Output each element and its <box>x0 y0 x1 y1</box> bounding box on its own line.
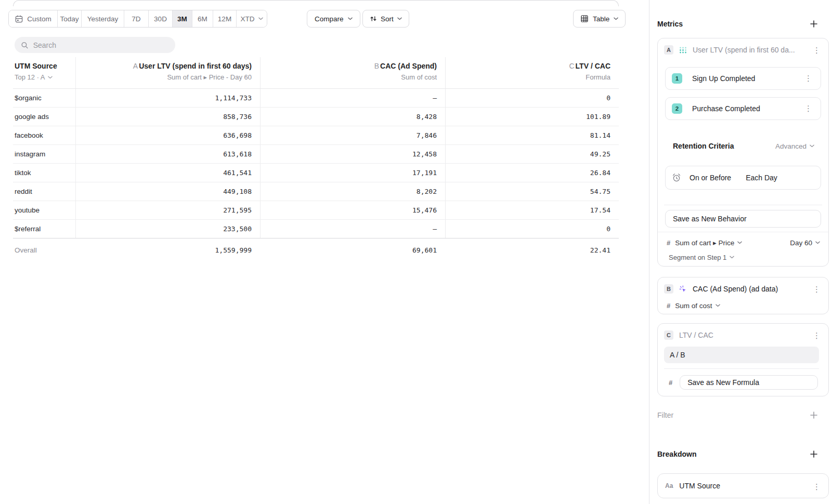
table-row[interactable]: instagram 613,618 12,458 49.25 <box>13 145 619 164</box>
divider <box>664 368 819 369</box>
metric-b-header[interactable]: B CAC (Ad Spend) (ad data) <box>664 284 808 294</box>
breakdown-item-card[interactable]: Aa UTM Source ⋮ <box>657 473 829 498</box>
table-row[interactable]: google ads 858,736 8,428 101.89 <box>13 108 619 126</box>
retention-advanced-dropdown[interactable]: Advanced <box>775 142 814 150</box>
metric-b-title: CAC (Ad Spend) (ad data) <box>693 285 778 293</box>
formula-input[interactable]: A / B <box>664 347 819 363</box>
text-property-icon: Aa <box>665 482 673 489</box>
row-limit-dropdown[interactable]: Top 12 · A <box>15 73 75 82</box>
calendar-icon <box>15 15 23 23</box>
date-range-control: Custom Today Yesterday 7D 30D 3M 6M 12M … <box>8 10 267 28</box>
table-grid-icon <box>580 15 589 23</box>
filter-title: Filter <box>657 411 673 419</box>
retention-criteria-row: Retention Criteria Advanced <box>673 142 814 150</box>
measurement-row: # Sum of cart ▸ Price Day 60 <box>667 237 820 248</box>
metrics-title: Metrics <box>657 20 683 28</box>
measure-dropdown[interactable]: Sum of cart ▸ Price <box>675 238 742 247</box>
date-range-7d[interactable]: 7D <box>124 10 149 27</box>
sort-button[interactable]: Sort <box>362 10 409 28</box>
table-row[interactable]: $organic 1,114,733 – 0 <box>13 89 619 108</box>
chevron-down-icon <box>815 241 820 244</box>
date-range-30d[interactable]: 30D <box>149 10 173 27</box>
add-breakdown-button[interactable] <box>809 449 819 459</box>
breakdown-title: Breakdown <box>657 450 696 458</box>
table-header-row: UTM Source Top 12 · A AUser LTV (spend i… <box>13 57 619 89</box>
metric-b-menu-button[interactable]: ⋮ <box>812 285 822 295</box>
numeric-type-icon: # <box>669 379 672 387</box>
search-box <box>15 37 175 53</box>
metric-letter-badge: B <box>664 284 673 294</box>
step-number-badge: 2 <box>672 103 682 114</box>
query-builder-panel: Metrics A User LTV (spend in first 60 da… <box>649 0 832 504</box>
breakdown-item-label: UTM Source <box>679 482 720 490</box>
date-range-6m[interactable]: 6M <box>192 10 213 27</box>
date-range-today[interactable]: Today <box>58 10 82 27</box>
behavior-value[interactable]: Each Day <box>746 174 777 182</box>
plus-icon <box>810 411 818 419</box>
metric-a-title: User LTV (spend in first 60 da... <box>693 46 795 54</box>
column-header-metric-c[interactable]: CLTV / CAC Formula <box>445 57 619 88</box>
step-2-card[interactable]: 2 Purchase Completed ⋮ <box>665 97 821 120</box>
chevron-down-icon <box>258 17 263 20</box>
chevron-down-icon <box>716 304 720 307</box>
column-header-metric-a[interactable]: AUser LTV (spend in first 60 days) Sum o… <box>75 57 260 88</box>
chevron-down-icon <box>614 17 618 20</box>
alarm-clock-icon <box>672 173 681 182</box>
metric-a-header[interactable]: A User LTV (spend in first 60 da... <box>664 45 808 55</box>
date-range-3m-selected[interactable]: 3M <box>173 10 192 27</box>
chevron-down-icon <box>348 17 353 20</box>
date-range-xtd[interactable]: XTD <box>237 10 267 27</box>
results-table: UTM Source Top 12 · A AUser LTV (spend i… <box>13 57 619 261</box>
behavior-condition[interactable]: On or Before <box>690 174 731 182</box>
date-range-12m[interactable]: 12M <box>213 10 237 27</box>
metric-c-menu-button[interactable]: ⋮ <box>812 331 822 341</box>
filter-section-header: Filter <box>657 410 819 420</box>
table-row[interactable]: $referral 233,500 – 0 <box>13 220 619 238</box>
date-range-yesterday[interactable]: Yesterday <box>82 10 124 27</box>
view-type-button[interactable]: Table <box>573 10 626 28</box>
measurement-row: # Sum of cost <box>667 300 720 311</box>
chevron-down-icon <box>397 17 402 20</box>
table-row[interactable]: facebook 636,698 7,846 81.14 <box>13 126 619 145</box>
save-as-new-formula-button[interactable]: Save as New Formula <box>680 375 818 390</box>
step-2-menu-button[interactable]: ⋮ <box>803 104 813 114</box>
table-row[interactable]: reddit 449,108 8,202 54.75 <box>13 182 619 201</box>
column-header-utm-source[interactable]: UTM Source Top 12 · A <box>13 57 75 88</box>
divider <box>658 232 828 232</box>
numeric-type-icon: # <box>667 239 670 247</box>
metrics-section-header: Metrics <box>657 19 819 29</box>
plus-icon <box>810 20 818 28</box>
retention-criteria-title: Retention Criteria <box>673 142 734 150</box>
metric-c-card: C LTV / CAC ⋮ A / B # Save as New Formul… <box>657 323 829 396</box>
search-input[interactable] <box>33 41 169 49</box>
search-icon <box>21 41 29 49</box>
metric-letter-badge: C <box>664 330 673 340</box>
sort-arrows-icon <box>370 15 377 22</box>
step-1-menu-button[interactable]: ⋮ <box>803 74 813 84</box>
step-number-badge: 1 <box>672 73 682 84</box>
chevron-down-icon <box>48 76 53 79</box>
formula-save-row: # Save as New Formula <box>669 374 818 391</box>
chevron-down-icon <box>730 256 734 259</box>
segment-dropdown[interactable]: Segment on Step 1 <box>669 254 734 261</box>
divider <box>664 205 822 205</box>
metric-letter-badge: A <box>664 45 673 55</box>
date-range-label: Custom <box>27 15 51 23</box>
compare-button[interactable]: Compare <box>307 10 360 28</box>
metric-a-menu-button[interactable]: ⋮ <box>812 46 822 56</box>
metric-c-header[interactable]: C LTV / CAC <box>664 330 808 340</box>
segment-row: Segment on Step 1 <box>669 253 734 262</box>
add-filter-button[interactable] <box>809 410 819 420</box>
column-header-metric-b[interactable]: BCAC (Ad Spend) Sum of cost <box>260 57 445 88</box>
numeric-type-icon: # <box>667 302 670 310</box>
table-row[interactable]: youtube 271,595 15,476 17.54 <box>13 201 619 220</box>
table-row[interactable]: tiktok 461,541 17,191 26.84 <box>13 164 619 182</box>
date-range-custom[interactable]: Custom <box>9 10 58 27</box>
add-metric-button[interactable] <box>809 19 819 29</box>
retention-behavior-row[interactable]: On or Before Each Day <box>665 166 821 190</box>
step-1-card[interactable]: 1 Sign Up Completed ⋮ <box>665 67 821 90</box>
window-dropdown[interactable]: Day 60 <box>790 239 820 247</box>
measure-dropdown[interactable]: Sum of cost <box>675 302 720 310</box>
save-as-new-behavior-button[interactable]: Save as New Behavior <box>665 210 821 228</box>
breakdown-menu-button[interactable]: ⋮ <box>812 482 822 492</box>
